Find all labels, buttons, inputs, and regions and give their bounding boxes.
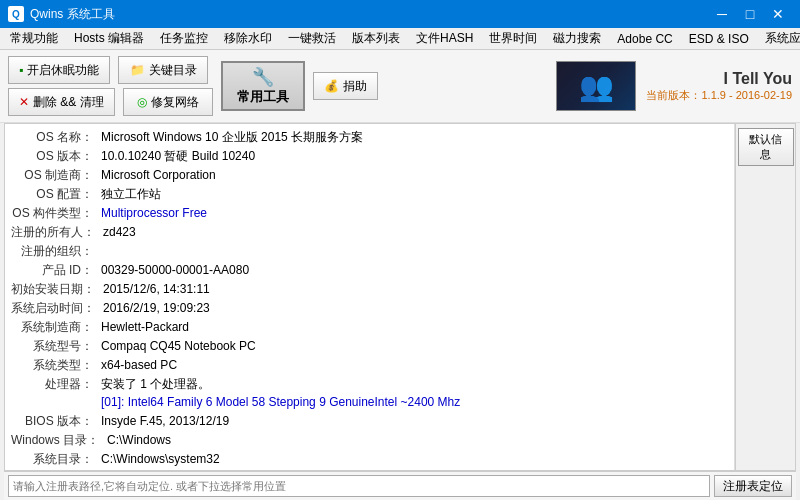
info-value: Compaq CQ45 Notebook PC [101,339,728,353]
menu-item-rescue[interactable]: 一键救活 [280,28,344,49]
content-inner: OS 名称：Microsoft Windows 10 企业版 2015 长期服务… [4,123,796,471]
info-label: Windows 目录： [11,432,107,449]
info-row: 启动设备：\Device\HarddiskVolume1 [11,469,728,470]
menu-item-esd[interactable]: ESD & ISO [681,30,757,48]
info-row: [01]: Intel64 Family 6 Model 58 Stepping… [11,394,728,412]
info-label: OS 制造商： [11,167,101,184]
toolbar-row-2: ✕ 删除 && 清理 ◎ 修复网络 [8,88,213,116]
menu-item-versions[interactable]: 版本列表 [344,28,408,49]
bottom-bar: 注册表定位 [4,471,796,500]
folder-icon: 📁 [130,63,145,77]
info-row: Windows 目录：C:\Windows [11,431,728,450]
banner-version: 当前版本：1.1.9 - 2016-02-19 [646,88,792,103]
menu-item-hosts[interactable]: Hosts 编辑器 [66,28,152,49]
info-label: 系统类型： [11,357,101,374]
menu-item-adobe[interactable]: Adobe CC [609,30,680,48]
menu-item-task[interactable]: 任务监控 [152,28,216,49]
info-row: OS 名称：Microsoft Windows 10 企业版 2015 长期服务… [11,128,728,147]
info-value: Hewlett-Packard [101,320,728,334]
info-label: 注册的组织： [11,243,101,260]
donate-icon: 💰 [324,79,339,93]
banner: 👥 I Tell You 当前版本：1.1.9 - 2016-02-19 [556,61,792,111]
key-dir-button[interactable]: 📁 关键目录 [118,56,208,84]
info-value: 独立工作站 [101,186,728,203]
delete-icon: ✕ [19,95,29,109]
info-row: BIOS 版本：Insyde F.45, 2013/12/19 [11,412,728,431]
title-bar-left: Q Qwins 系统工具 [8,6,115,23]
info-label: OS 名称： [11,129,101,146]
info-label: OS 构件类型： [11,205,101,222]
menu-item-general[interactable]: 常规功能 [2,28,66,49]
banner-image: 👥 [556,61,636,111]
info-value: zd423 [103,225,728,239]
info-row: 系统型号：Compaq CQ45 Notebook PC [11,337,728,356]
info-row: 产品 ID：00329-50000-00001-AA080 [11,261,728,280]
info-row: OS 构件类型：Multiprocessor Free [11,204,728,223]
info-value: [01]: Intel64 Family 6 Model 58 Stepping… [101,395,728,409]
info-row: 系统类型：x64-based PC [11,356,728,375]
info-label: 产品 ID： [11,262,101,279]
menu-item-magnet[interactable]: 磁力搜索 [545,28,609,49]
registry-locate-button[interactable]: 注册表定位 [714,475,792,497]
info-label: 处理器： [11,376,101,393]
banner-title: I Tell You [646,70,792,88]
info-row: 系统目录：C:\Windows\system32 [11,450,728,469]
info-label: 系统制造商： [11,319,101,336]
info-value: C:\Windows [107,433,728,447]
tool-icon: 🔧 [252,66,274,88]
main-window: Q Qwins 系统工具 ─ □ ✕ 常规功能 Hosts 编辑器 任务监控 移… [0,0,800,500]
delete-button[interactable]: ✕ 删除 && 清理 [8,88,115,116]
menu-item-worldtime[interactable]: 世界时间 [481,28,545,49]
donate-button[interactable]: 💰 捐助 [313,72,378,100]
info-value: Microsoft Windows 10 企业版 2015 长期服务方案 [101,129,728,146]
menu-bar: 常规功能 Hosts 编辑器 任务监控 移除水印 一键救活 版本列表 文件HAS… [0,28,800,50]
info-value: 10.0.10240 暂硬 Build 10240 [101,148,728,165]
repair-icon: ◎ [137,95,147,109]
window-title: Qwins 系统工具 [30,6,115,23]
menu-item-watermark[interactable]: 移除水印 [216,28,280,49]
menu-item-hash[interactable]: 文件HASH [408,28,481,49]
app-icon: Q [8,6,24,22]
banner-text: I Tell You 当前版本：1.1.9 - 2016-02-19 [646,70,792,103]
info-row: 系统启动时间：2016/2/19, 19:09:23 [11,299,728,318]
toolbar-buttons-group: ▪ 开启休眠功能 📁 关键目录 ✕ 删除 && 清理 ◎ 修复网络 [8,56,213,116]
info-row: 初始安装日期：2015/12/6, 14:31:11 [11,280,728,299]
info-value: 安装了 1 个处理器。 [101,376,728,393]
info-label: 注册的所有人： [11,224,103,241]
menu-item-sysapp[interactable]: 系统应用 [757,28,800,49]
minimize-button[interactable]: ─ [708,0,736,28]
info-row: OS 配置：独立工作站 [11,185,728,204]
info-row: OS 制造商：Microsoft Corporation [11,166,728,185]
info-row: 注册的组织： [11,242,728,261]
info-value: x64-based PC [101,358,728,372]
info-value: 2016/2/19, 19:09:23 [103,301,728,315]
monitor-icon: ▪ [19,63,23,77]
registry-path-input[interactable] [8,475,710,497]
info-value: Multiprocessor Free [101,206,728,220]
sidebar-buttons: 默认信息 [735,124,795,470]
info-row: 系统制造商：Hewlett-Packard [11,318,728,337]
title-bar: Q Qwins 系统工具 ─ □ ✕ [0,0,800,28]
maximize-button[interactable]: □ [736,0,764,28]
info-label: OS 版本： [11,148,101,165]
main-tool-button[interactable]: 🔧 常用工具 [221,61,305,111]
toolbar-row-1: ▪ 开启休眠功能 📁 关键目录 [8,56,213,84]
info-value: 00329-50000-00001-AA080 [101,263,728,277]
info-value: Insyde F.45, 2013/12/19 [101,414,728,428]
default-info-button[interactable]: 默认信息 [738,128,794,166]
repair-net-button[interactable]: ◎ 修复网络 [123,88,213,116]
banner-silhouette: 👥 [579,70,614,103]
info-label: 系统目录： [11,451,101,468]
title-bar-controls: ─ □ ✕ [708,0,792,28]
info-label: BIOS 版本： [11,413,101,430]
info-label: 初始安装日期： [11,281,103,298]
info-label: 系统启动时间： [11,300,103,317]
info-panel: OS 名称：Microsoft Windows 10 企业版 2015 长期服务… [5,124,735,470]
sleep-button[interactable]: ▪ 开启休眠功能 [8,56,110,84]
content-wrapper: OS 名称：Microsoft Windows 10 企业版 2015 长期服务… [4,123,796,500]
info-value: Microsoft Corporation [101,168,728,182]
info-value: C:\Windows\system32 [101,452,728,466]
info-row: 处理器：安装了 1 个处理器。 [11,375,728,394]
toolbar: ▪ 开启休眠功能 📁 关键目录 ✕ 删除 && 清理 ◎ 修复网络 [0,50,800,123]
close-button[interactable]: ✕ [764,0,792,28]
